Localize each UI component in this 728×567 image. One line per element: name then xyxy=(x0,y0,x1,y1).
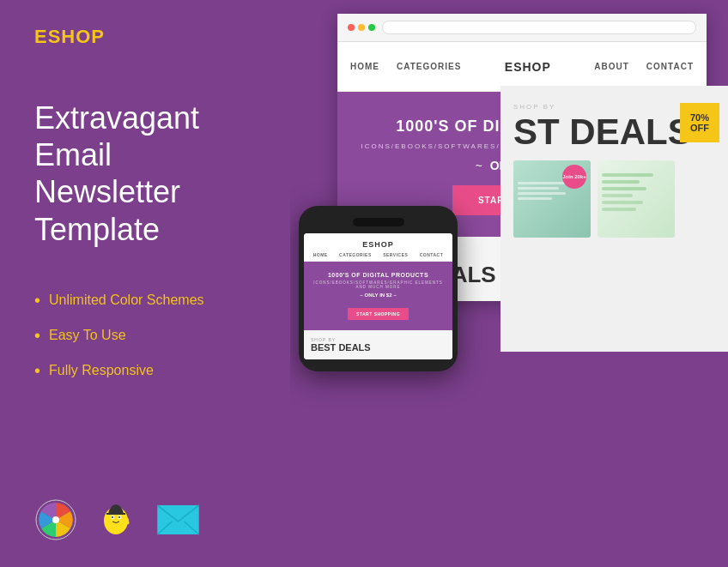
phone-nav-items: HOME CATEGORIES SERVICES CONTACT xyxy=(307,252,449,257)
phone-shop-title: BEST DEALS xyxy=(311,342,446,353)
phone-screen: ESHOP HOME CATEGORIES SERVICES CONTACT 1… xyxy=(304,233,452,359)
card-line xyxy=(602,194,633,197)
product-card-2 xyxy=(598,160,675,238)
card-line xyxy=(518,192,566,195)
phone-cta-button[interactable]: START SHOPPING xyxy=(348,308,409,320)
right-panel: HOME CATEGORIES ESHOP ABOUT CONTACT 1000… xyxy=(290,0,728,567)
left-panel: ESHOP Extravagant Email Newsletter Templ… xyxy=(0,0,292,567)
right-mockup-panel: SHOP BY ST DEALS 70% OFF Join 20k+ xyxy=(500,86,728,352)
badge-label: OFF xyxy=(690,123,709,133)
nav-categories[interactable]: CATEGORIES xyxy=(397,62,461,71)
phone-shop: SHOP BY BEST DEALS xyxy=(304,330,452,359)
product-cards: Join 20k+ xyxy=(513,160,715,238)
phone-nav-categories[interactable]: CATEGORIES xyxy=(339,252,372,257)
browser-dots xyxy=(348,24,375,31)
browser-bar xyxy=(337,14,707,42)
phone-nav: ESHOP HOME CATEGORIES SERVICES CONTACT xyxy=(304,233,452,262)
tilde-left: ~ xyxy=(476,159,482,172)
mockup-nav: HOME CATEGORIES ESHOP ABOUT CONTACT xyxy=(337,42,707,92)
nav-left-items: HOME CATEGORIES xyxy=(350,62,461,71)
product-badge-1: Join 20k+ xyxy=(562,165,586,189)
mailchimp-icon xyxy=(94,498,137,541)
tagline: Extravagant Email Newsletter Template xyxy=(34,100,258,248)
nav-right-items: ABOUT CONTACT xyxy=(594,62,694,71)
svg-point-1 xyxy=(52,516,59,523)
discount-badge: 70% OFF xyxy=(680,103,719,142)
phone-hero-price: ~ ONLY IN $2 ~ xyxy=(311,293,446,298)
phone-notch xyxy=(353,218,404,226)
card-line xyxy=(518,187,559,190)
card-lines-2 xyxy=(598,160,675,218)
dot-yellow xyxy=(358,24,365,31)
dot-red xyxy=(348,24,355,31)
brand-logo: ESHOP xyxy=(34,26,258,48)
browser-url-bar xyxy=(382,21,696,34)
phone-brand: ESHOP xyxy=(307,240,449,249)
card-line xyxy=(602,173,653,177)
phone-hero-sub: ICONS/EBOOKS/SOFTWARES/GRAPHIC ELEMENTS … xyxy=(311,280,446,289)
card-line xyxy=(602,208,636,211)
features-list: Unlimited Color Schemes Easy To Use Full… xyxy=(34,291,258,396)
pinwheel-icon xyxy=(34,498,77,541)
phone-mockup: ESHOP HOME CATEGORIES SERVICES CONTACT 1… xyxy=(299,206,458,371)
phone-nav-contact[interactable]: CONTACT xyxy=(420,252,444,257)
svg-point-9 xyxy=(125,521,130,525)
card-line xyxy=(602,201,643,204)
svg-point-8 xyxy=(118,516,120,518)
phone-hero-heading: 1000'S OF DIGITAL PRODUCTS xyxy=(311,272,446,278)
svg-point-7 xyxy=(112,516,113,518)
card-line xyxy=(518,197,552,200)
nav-about[interactable]: ABOUT xyxy=(594,62,629,71)
phone-hero: 1000'S OF DIGITAL PRODUCTS ICONS/EBOOKS/… xyxy=(304,262,452,330)
dot-green xyxy=(368,24,375,31)
nav-home[interactable]: HOME xyxy=(350,62,379,71)
email-icon xyxy=(155,504,202,536)
nav-contact[interactable]: CONTACT xyxy=(646,62,694,71)
integrations-row xyxy=(34,498,258,541)
feature-item-2: Easy To Use xyxy=(34,326,258,346)
product-card-1: Join 20k+ xyxy=(513,160,591,238)
card-line xyxy=(602,180,640,184)
nav-brand: ESHOP xyxy=(505,60,551,74)
badge-percent: 70% xyxy=(690,112,709,123)
phone-nav-home[interactable]: HOME xyxy=(313,252,328,257)
feature-item-1: Unlimited Color Schemes xyxy=(34,291,258,311)
feature-item-3: Fully Responsive xyxy=(34,361,258,381)
phone-nav-services[interactable]: SERVICES xyxy=(383,252,408,257)
card-line xyxy=(602,187,646,190)
